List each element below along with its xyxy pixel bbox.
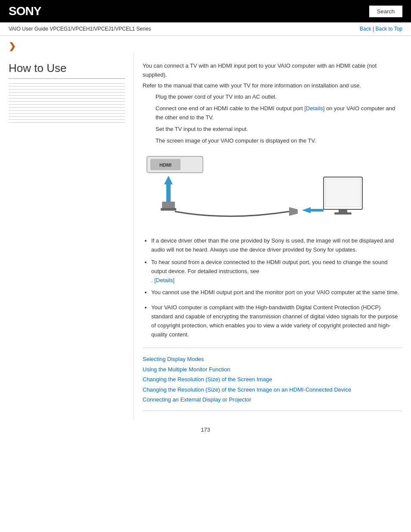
step-4: The screen image of your VAIO computer i…	[156, 137, 402, 146]
sidebar-divider-12	[9, 116, 125, 117]
notes-list: If a device driver other than the one pr…	[151, 236, 402, 297]
step-3: Set the TV input to the external input.	[156, 125, 402, 134]
svg-text:HDMI: HDMI	[159, 162, 171, 168]
back-link[interactable]: Back	[360, 26, 371, 32]
note-item-1: If a device driver other than the one pr…	[151, 236, 402, 255]
svg-rect-11	[334, 212, 352, 215]
svg-marker-3	[164, 176, 173, 202]
page-number: 173	[0, 420, 411, 440]
step-2-link[interactable]: [Details]	[304, 105, 324, 112]
nav-links: Back | Back to Top	[360, 26, 402, 32]
subheader: VAIO User Guide VPCEG1/VPCEH1/VPCEJ1/VPC…	[0, 22, 411, 36]
related-link-5[interactable]: Connecting an External Display or Projec…	[143, 395, 402, 404]
back-to-top-link[interactable]: Back to Top	[376, 26, 402, 32]
sidebar-divider-3	[9, 89, 125, 90]
note-item-2: To hear sound from a device connected to…	[151, 258, 402, 285]
intro-paragraph-2: Refer to the manual that came with your …	[143, 81, 402, 90]
hdcp-note-list: Your VAIO computer is compliant with the…	[151, 303, 402, 339]
related-link-2[interactable]: Using the Multiple Monitor Function	[143, 364, 402, 374]
sidebar-divider-9	[9, 107, 125, 108]
step-2-pre: Connect one end of an HDMI cable to the …	[156, 105, 304, 112]
sidebar-title: How to Use	[9, 62, 125, 79]
sony-logo: SONY	[9, 4, 41, 18]
sidebar: How to Use	[9, 53, 134, 420]
breadcrumb-area: ❯	[0, 36, 411, 53]
svg-marker-6	[289, 207, 298, 216]
related-link-4[interactable]: Changing the Resolution (Size) of the Sc…	[143, 385, 402, 395]
search-button[interactable]: Search	[369, 6, 402, 17]
related-links-section: Selecting Display Modes Using the Multip…	[143, 348, 402, 411]
svg-rect-10	[339, 209, 347, 213]
sidebar-divider-13	[9, 119, 125, 120]
svg-rect-5	[161, 208, 176, 211]
sidebar-divider-8	[9, 104, 125, 105]
breadcrumb-arrow: ❯	[9, 41, 16, 51]
note-item-3: You cannot use the HDMI output port and …	[151, 288, 402, 297]
intro-paragraph-1: You can connect a TV with an HDMI input …	[143, 62, 402, 80]
sidebar-divider-11	[9, 113, 125, 114]
main-layout: How to Use You can connect a TV with an …	[0, 53, 411, 420]
sidebar-divider-10	[9, 110, 125, 111]
header: SONY Search	[0, 0, 411, 22]
sidebar-divider-14	[9, 122, 125, 123]
note-2-link[interactable]: [Details]	[154, 277, 174, 283]
sidebar-divider-2	[9, 86, 125, 87]
sidebar-divider-6	[9, 98, 125, 99]
hdmi-diagram: HDMI	[143, 152, 402, 230]
svg-marker-7	[302, 207, 324, 213]
sidebar-divider-1	[9, 83, 125, 84]
step-2: Connect one end of an HDMI cable to the …	[156, 104, 402, 122]
related-link-3[interactable]: Changing the Resolution (Size) of the Sc…	[143, 374, 402, 384]
content-area: You can connect a TV with an HDMI input …	[134, 53, 402, 420]
sidebar-divider-5	[9, 95, 125, 96]
step-1: Plug the power cord of your TV into an A…	[156, 93, 402, 102]
hdcp-note: Your VAIO computer is compliant with the…	[151, 303, 402, 339]
sidebar-divider-7	[9, 101, 125, 102]
guide-title: VAIO User Guide VPCEG1/VPCEH1/VPCEJ1/VPC…	[9, 26, 151, 32]
sidebar-divider-4	[9, 92, 125, 93]
svg-rect-9	[325, 179, 361, 207]
related-link-1[interactable]: Selecting Display Modes	[143, 354, 402, 364]
diagram-svg: HDMI	[143, 152, 367, 230]
